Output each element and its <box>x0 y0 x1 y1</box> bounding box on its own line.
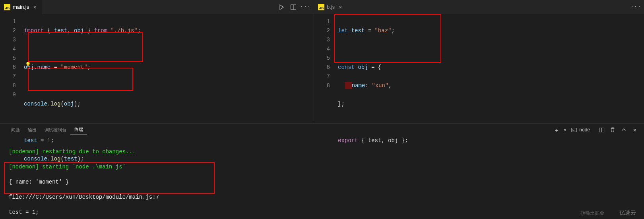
panel-actions: + ▾ node × <box>551 125 640 135</box>
editor-pane-right: JS b.js × ··· 12345678 let test = "baz";… <box>314 0 644 123</box>
shell-label: node <box>579 127 590 133</box>
dropdown-icon[interactable]: ▾ <box>563 125 567 135</box>
tab-label: main.js <box>13 4 29 10</box>
chevron-up-icon[interactable] <box>619 125 629 135</box>
panel-tab-output[interactable]: 输出 <box>24 125 41 135</box>
run-icon[interactable] <box>276 2 287 12</box>
bottom-panel: 问题 输出 调试控制台 终端 + ▾ node × [nodemon] rest… <box>0 123 644 219</box>
error-highlight <box>345 82 352 89</box>
tab-actions-right: ··· <box>630 0 641 14</box>
tab-actions-left: ··· <box>276 0 310 14</box>
lightbulb-icon[interactable]: 💡 <box>25 62 31 68</box>
panel-tab-debug[interactable]: 调试控制台 <box>41 125 70 135</box>
js-file-icon: JS <box>4 4 10 10</box>
more-icon[interactable]: ··· <box>630 2 641 12</box>
split-editor-icon[interactable] <box>288 2 299 12</box>
terminal-output[interactable]: [nodemon] restarting due to changes... [… <box>0 136 644 219</box>
panel-tab-problems[interactable]: 问题 <box>7 125 24 135</box>
tab-bar-right: JS b.js × ··· <box>314 0 644 14</box>
new-terminal-icon[interactable]: + <box>551 125 562 135</box>
close-icon[interactable]: × <box>337 4 343 10</box>
watermark-juejin: @稀土掘金 <box>580 210 604 217</box>
watermark-yisu: 亿速云 <box>619 209 636 217</box>
more-icon[interactable]: ··· <box>300 2 310 12</box>
editor-pane-left: JS main.js × ··· 123456789 import { test… <box>0 0 314 123</box>
tab-label: b.js <box>327 4 335 10</box>
panel-tabs: 问题 输出 调试控制台 终端 + ▾ node × <box>0 124 644 136</box>
tab-b-js[interactable]: JS b.js × <box>314 0 347 14</box>
svg-rect-2 <box>572 128 576 132</box>
trash-icon[interactable] <box>607 125 618 135</box>
close-panel-icon[interactable]: × <box>630 125 640 135</box>
tab-main-js[interactable]: JS main.js × <box>0 0 42 14</box>
split-terminal-icon[interactable] <box>596 125 607 135</box>
terminal-profile[interactable]: node <box>568 126 593 133</box>
tab-bar-left: JS main.js × ··· <box>0 0 314 14</box>
close-icon[interactable]: × <box>31 4 38 10</box>
js-file-icon: JS <box>318 4 324 10</box>
panel-tab-terminal[interactable]: 终端 <box>70 125 87 135</box>
